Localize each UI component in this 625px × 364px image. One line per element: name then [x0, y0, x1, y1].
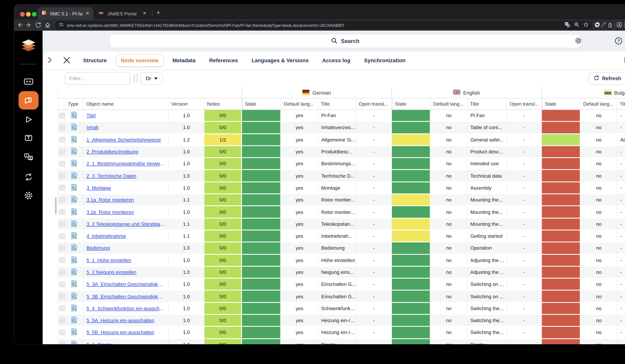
- url-bar[interactable]: smc-red.ec-systems.de/SMC-MARKETING/#id=…: [55, 21, 592, 29]
- row-checkbox[interactable]: [59, 306, 64, 311]
- object-name-link[interactable]: 5_1_Höhe einstellen: [87, 258, 131, 263]
- header-open-transl-en[interactable]: Open transl...: [507, 98, 542, 110]
- tab-close-icon[interactable]: ✕: [86, 11, 89, 16]
- object-name-link[interactable]: 2_1_Bestimmungsgemäße Verwendu...: [87, 161, 165, 166]
- settings-gear-icon[interactable]: [574, 37, 582, 46]
- new-tab-button[interactable]: +: [156, 9, 160, 16]
- object-name-link[interactable]: 5_4_Schwenkfunktion ein-ausschalten: [87, 306, 165, 311]
- sidebar-item-translate[interactable]: A: [23, 152, 33, 162]
- row-checkbox[interactable]: [59, 281, 64, 287]
- object-name-link[interactable]: Titel: [87, 113, 96, 118]
- header-open-transl-de[interactable]: Open transl...: [356, 98, 392, 110]
- row-checkbox[interactable]: [59, 113, 64, 118]
- sidebar-item-export[interactable]: [23, 133, 33, 143]
- row-checkbox[interactable]: [59, 125, 64, 130]
- object-name-link[interactable]: 5_2 Neigung einstellen: [87, 270, 136, 275]
- tab-synchronization[interactable]: Synchronization: [359, 55, 410, 66]
- tab-node-overview[interactable]: Node overview: [116, 54, 164, 67]
- header-object-name[interactable]: Object name: [84, 98, 169, 110]
- row-checkbox[interactable]: [59, 149, 64, 154]
- close-icon[interactable]: [63, 56, 71, 66]
- header-title-en[interactable]: Title: [467, 98, 507, 110]
- traffic-minimize-button[interactable]: [26, 12, 31, 17]
- row-checkbox[interactable]: [59, 209, 64, 215]
- tab-structure[interactable]: Structure: [78, 55, 111, 66]
- header-state-en[interactable]: State: [392, 98, 431, 110]
- object-name-link[interactable]: 5_5A_Heizung ein-ausschalten: [87, 318, 154, 323]
- row-checkbox[interactable]: [59, 233, 64, 239]
- extensions-puzzle-icon[interactable]: [607, 22, 613, 29]
- row-checkbox[interactable]: [59, 318, 64, 323]
- traffic-zoom-button[interactable]: [32, 12, 37, 17]
- tab-references[interactable]: References: [205, 55, 243, 66]
- header-default-lang-de[interactable]: Default lang...: [281, 98, 318, 110]
- row-checkbox[interactable]: [59, 330, 64, 335]
- object-name-link[interactable]: 5_3A_Einschalten Geschwindigkeit e...: [87, 282, 165, 287]
- object-name-link[interactable]: 5_5B_Heizung ein-ausschalten: [87, 330, 154, 335]
- object-name-link[interactable]: Inhalt: [87, 125, 98, 130]
- expand-chevron-icon[interactable]: [47, 57, 53, 65]
- browser-tab-james[interactable]: JAMES Portal ✕: [95, 7, 150, 20]
- filter-input[interactable]: [65, 72, 130, 85]
- tab-languages-versions[interactable]: Languages & Versions: [247, 55, 313, 66]
- object-name-link[interactable]: 4_Inbetriebnahme: [87, 234, 126, 239]
- row-checkbox[interactable]: [59, 197, 64, 203]
- home-icon[interactable]: [44, 22, 51, 30]
- browser-tab-smc[interactable]: SMC 5.1 - PI-fan ✕: [37, 7, 93, 20]
- header-state-bg[interactable]: State: [542, 98, 581, 110]
- back-icon[interactable]: [17, 22, 23, 30]
- row-checkbox[interactable]: [59, 294, 64, 299]
- header-default-lang-en[interactable]: Default lang...: [431, 98, 467, 110]
- sidebar-item-sync[interactable]: [23, 172, 33, 182]
- tab-access-log[interactable]: Access log: [318, 55, 355, 66]
- object-name-link[interactable]: 1_Allgemeine Sicherheitshinweise: [87, 137, 161, 142]
- refresh-button[interactable]: Refresh: [589, 72, 625, 85]
- object-name-link[interactable]: 2_Produktbeschreibung: [87, 149, 138, 154]
- zoom-icon[interactable]: [574, 21, 579, 29]
- object-name-link[interactable]: 3.1b_Rotor montieren: [87, 209, 134, 214]
- row-checkbox[interactable]: [59, 221, 64, 227]
- state-filter-dropdown[interactable]: Dr: [141, 72, 163, 85]
- translate-icon[interactable]: G: [564, 21, 570, 29]
- object-name-link[interactable]: 3_2 Teleskopstange und Standplatte ...: [87, 221, 165, 227]
- traffic-close-button[interactable]: [20, 12, 25, 17]
- object-name-link[interactable]: 3.1a_Rotor montieren: [87, 197, 134, 203]
- header-version[interactable]: Version: [169, 98, 205, 110]
- reload-icon[interactable]: [35, 22, 41, 30]
- forward-icon[interactable]: [26, 22, 32, 30]
- header-default-lang-bg[interactable]: Default lang...: [581, 98, 617, 110]
- left-scrollbar-thumb[interactable]: [55, 197, 57, 214]
- search-input[interactable]: Search: [110, 34, 581, 48]
- object-name-link[interactable]: 2_3_Technische Daten: [87, 173, 136, 178]
- row-checkbox[interactable]: [59, 270, 64, 275]
- tab-metadata[interactable]: Metadata: [168, 55, 200, 66]
- sidebar-item-play[interactable]: [23, 115, 33, 124]
- bookmark-star-icon[interactable]: [583, 21, 589, 29]
- site-info-icon[interactable]: [58, 21, 64, 29]
- object-name-link[interactable]: 5_6_Display: [87, 342, 114, 344]
- sidebar-item-books-active[interactable]: [18, 91, 38, 110]
- row-checkbox[interactable]: [59, 137, 64, 142]
- object-name-link[interactable]: 3_Montage: [87, 185, 111, 190]
- help-icon[interactable]: ?: [615, 37, 622, 47]
- tab-close-icon[interactable]: ✕: [143, 11, 147, 16]
- profile-icon[interactable]: [617, 22, 623, 29]
- sidebar-item-settings[interactable]: [23, 190, 33, 201]
- row-checkbox[interactable]: [59, 245, 64, 251]
- header-title-de[interactable]: Title: [318, 98, 356, 110]
- header-type[interactable]: Type: [65, 98, 84, 110]
- extension-eye-icon[interactable]: [594, 22, 600, 29]
- row-checkbox[interactable]: [59, 185, 64, 191]
- row-checkbox[interactable]: [59, 342, 64, 344]
- header-title-bg[interactable]: Title: [617, 98, 625, 110]
- header-state-de[interactable]: State: [242, 98, 281, 110]
- extension-eyedropper-icon[interactable]: [601, 22, 607, 29]
- row-checkbox[interactable]: [59, 173, 64, 179]
- sidebar-item-media[interactable]: [23, 77, 33, 86]
- object-name-link[interactable]: Bedienung: [87, 245, 110, 251]
- row-checkbox[interactable]: [59, 257, 64, 263]
- object-name-link[interactable]: 5_3B_Einschalten Geschwindigkeit ei...: [87, 294, 165, 299]
- header-notes[interactable]: Notes: [205, 98, 242, 110]
- app-logo-icon[interactable]: [20, 39, 37, 54]
- row-checkbox[interactable]: [59, 161, 64, 166]
